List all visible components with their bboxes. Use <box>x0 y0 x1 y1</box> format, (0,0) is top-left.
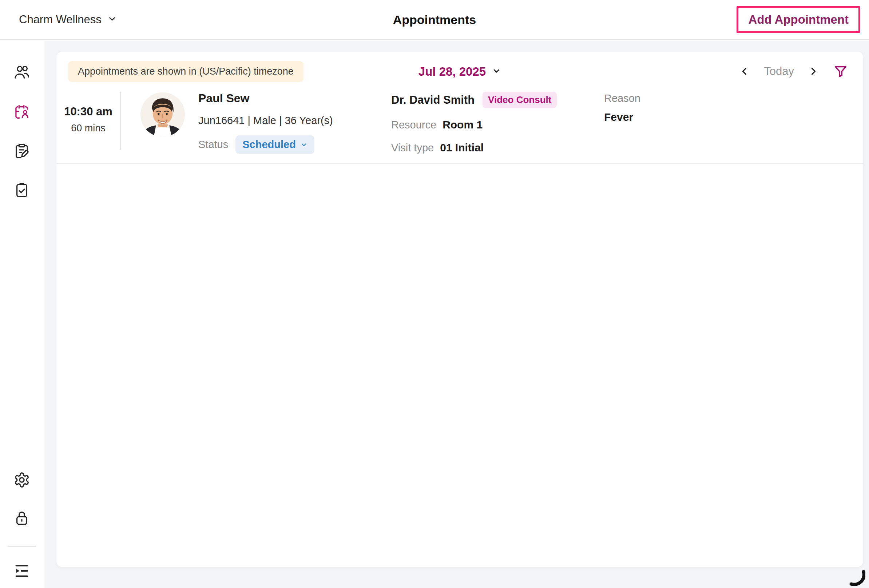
date-label: Jul 28, 2025 <box>418 65 486 78</box>
topbar: Charm Wellness Appointments Add Appointm… <box>0 0 869 40</box>
visit-info: Dr. David Smith Video Consult Resource R… <box>391 92 557 154</box>
chevron-down-icon <box>107 14 117 25</box>
filter-button[interactable] <box>833 63 849 79</box>
prev-day-button[interactable] <box>739 65 751 77</box>
org-switcher[interactable]: Charm Wellness <box>19 13 117 26</box>
sidebar-item-settings[interactable] <box>13 472 30 488</box>
sidebar-item-encounter-notes[interactable] <box>13 143 30 159</box>
date-navigation: Today <box>739 63 849 79</box>
app-root: Charm Wellness Appointments Add Appointm… <box>0 0 869 588</box>
next-day-button[interactable] <box>807 65 820 77</box>
sidebar-item-appointments[interactable] <box>13 103 30 120</box>
duration: 60 mins <box>71 123 105 134</box>
chevron-down-icon <box>492 66 501 77</box>
org-name: Charm Wellness <box>19 13 102 26</box>
patient-info: Paul Sew Jun16641 | Male | 36 Year(s) St… <box>198 92 333 154</box>
visit-type-label: Visit type <box>391 142 434 154</box>
sidebar-item-console[interactable] <box>13 562 30 579</box>
appointment-time: 10:30 am 60 mins <box>56 89 120 150</box>
reason-label: Reason <box>604 92 641 104</box>
start-time: 10:30 am <box>64 105 113 118</box>
reason-value: Fever <box>604 111 641 123</box>
card-header: Appointments are shown in (US/Pacific) t… <box>56 52 863 89</box>
time-divider <box>120 92 121 150</box>
sidebar-item-patients[interactable] <box>13 64 30 81</box>
status-dropdown[interactable]: Scheduled <box>236 135 314 154</box>
status-label: Status <box>198 139 228 151</box>
date-picker[interactable]: Jul 28, 2025 <box>418 65 501 78</box>
timezone-notice: Appointments are shown in (US/Pacific) t… <box>68 61 304 82</box>
sidebar-divider <box>7 547 36 547</box>
video-consult-badge: Video Consult <box>482 92 557 108</box>
loading-spinner <box>849 569 865 586</box>
provider-name: Dr. David Smith <box>391 93 475 107</box>
today-button[interactable]: Today <box>764 65 794 78</box>
patient-avatar[interactable] <box>141 92 185 137</box>
sidebar-item-lock[interactable] <box>13 510 30 526</box>
resource-value: Room 1 <box>442 118 482 131</box>
patient-meta: Jun16641 | Male | 36 Year(s) <box>198 115 333 127</box>
appointments-card: Appointments are shown in (US/Pacific) t… <box>56 52 863 567</box>
appointment-row[interactable]: 10:30 am 60 mins <box>56 89 863 164</box>
status-value: Scheduled <box>242 139 296 151</box>
sidebar-item-tasks[interactable] <box>13 182 30 198</box>
resource-label: Resource <box>391 119 436 131</box>
add-appointment-button[interactable]: Add Appointment <box>737 6 860 33</box>
main-area: Appointments are shown in (US/Pacific) t… <box>45 41 869 588</box>
page-title: Appointments <box>393 13 476 27</box>
sidebar <box>0 41 44 588</box>
patient-name[interactable]: Paul Sew <box>198 92 333 105</box>
visit-type-value: 01 Initial <box>440 142 483 154</box>
reason-info: Reason Fever <box>604 92 641 123</box>
